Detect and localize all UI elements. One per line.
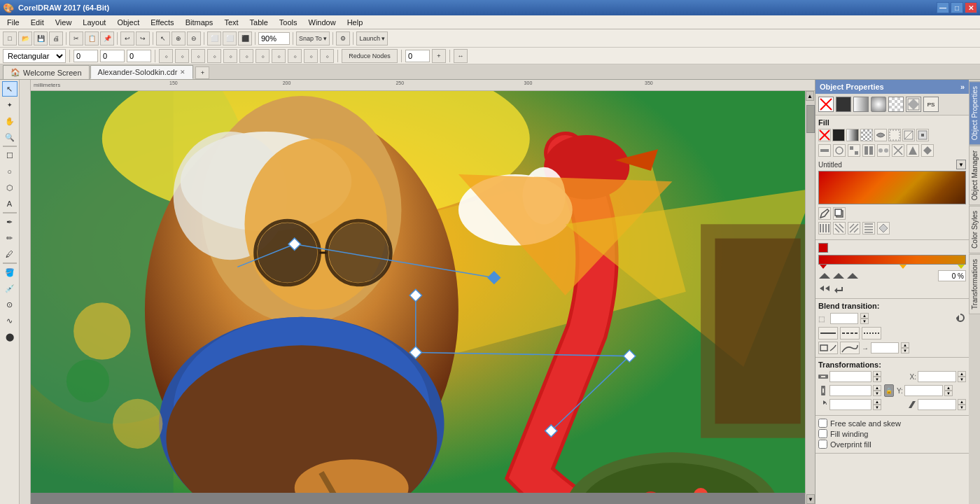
- fill-pattern-btn5[interactable]: [877, 144, 890, 157]
- scale-y-input[interactable]: 82.703 %: [830, 385, 872, 396]
- angle-btn[interactable]: +: [432, 49, 446, 63]
- minimize-button[interactable]: —: [937, 2, 949, 13]
- angle2-dn[interactable]: ▼: [958, 405, 966, 410]
- blend-style-3[interactable]: [862, 327, 881, 340]
- zoom-out[interactable]: ⊖: [187, 31, 201, 46]
- side-tab-color-styles[interactable]: Color Styles: [969, 206, 981, 253]
- node-btn5[interactable]: ⬦: [223, 49, 237, 63]
- scale-x-dn[interactable]: ▼: [873, 377, 881, 382]
- blend-path-btn2[interactable]: [840, 342, 860, 354]
- fill-pattern-btn1[interactable]: [818, 144, 831, 157]
- shape-select[interactable]: Rectangular: [3, 49, 66, 63]
- copy-button[interactable]: 📋: [85, 31, 99, 46]
- fill-linear-grad-icon[interactable]: [853, 97, 869, 112]
- free-scale-checkbox[interactable]: [818, 419, 827, 428]
- node-btn2[interactable]: ⬦: [175, 49, 189, 63]
- blend-style-2[interactable]: [840, 327, 860, 340]
- menu-edit[interactable]: Edit: [25, 17, 50, 28]
- node-btn3[interactable]: ⬦: [191, 49, 205, 63]
- fill-opt-2[interactable]: [832, 129, 845, 141]
- menu-file[interactable]: File: [1, 17, 25, 28]
- side-tab-object-manager[interactable]: Object Manager: [969, 146, 981, 205]
- options-btn[interactable]: ⚙: [336, 31, 350, 46]
- fill-tool[interactable]: 🪣: [2, 265, 18, 280]
- fill-opt-4[interactable]: [860, 129, 873, 141]
- scale-y-spin[interactable]: ▲ ▼: [873, 385, 881, 396]
- maximize-button[interactable]: □: [951, 2, 963, 13]
- node-btn8[interactable]: ⬦: [272, 49, 286, 63]
- angle2-up[interactable]: ▲: [958, 399, 966, 405]
- panel-expand-btn[interactable]: »: [960, 83, 965, 91]
- new-tab-btn[interactable]: +: [195, 66, 209, 79]
- fill-opt-6[interactable]: [888, 129, 901, 141]
- node-btn7[interactable]: ⬦: [255, 49, 270, 63]
- fill-pattern-btn3[interactable]: [848, 144, 860, 157]
- blend-up-btn[interactable]: ▲: [860, 313, 869, 318]
- shape-tool[interactable]: ✦: [2, 97, 18, 113]
- canvas-content[interactable]: [31, 91, 815, 493]
- pos-x-up[interactable]: ▲: [958, 371, 966, 377]
- fill-none-icon[interactable]: [818, 97, 834, 112]
- angle1-dn[interactable]: ▼: [873, 405, 881, 410]
- align-btn3[interactable]: ⬛: [238, 31, 252, 46]
- menu-window[interactable]: Window: [303, 17, 342, 28]
- blend-style-1[interactable]: [818, 327, 838, 340]
- eyedropper-tool[interactable]: 💉: [2, 281, 18, 296]
- artwork[interactable]: [31, 91, 815, 493]
- interactive-tool[interactable]: ⊙: [2, 297, 18, 312]
- print-button[interactable]: 🖨: [49, 31, 63, 46]
- side-tab-transformations[interactable]: Transformations: [969, 254, 981, 314]
- ellipse-tool[interactable]: ○: [2, 164, 18, 179]
- fill-pattern-btn4[interactable]: [862, 144, 875, 157]
- blend-spin[interactable]: ▲ ▼: [860, 313, 869, 324]
- side-tab-object-properties[interactable]: Object Properties: [969, 81, 981, 145]
- pattern-btn5[interactable]: [877, 222, 890, 234]
- angle2-input[interactable]: -20.2 °: [918, 399, 956, 410]
- select-tool[interactable]: ↖: [2, 81, 18, 97]
- gradient-color-bar[interactable]: [818, 255, 966, 265]
- launch-btn[interactable]: Launch ▾: [356, 31, 388, 46]
- fill-opt-8[interactable]: [916, 129, 929, 141]
- node-btn6[interactable]: ⬦: [239, 49, 253, 63]
- text-tool[interactable]: A: [2, 196, 18, 211]
- pos-x-input[interactable]: -11.747 %: [918, 371, 956, 382]
- node-btn10[interactable]: ⬦: [304, 49, 318, 63]
- contour-tool[interactable]: ⬤: [2, 329, 18, 344]
- menu-text[interactable]: Text: [218, 17, 244, 28]
- cursor-tool[interactable]: ↖: [156, 31, 170, 46]
- blend-dn-btn[interactable]: ▼: [860, 318, 869, 324]
- overprint-checkbox[interactable]: [818, 440, 827, 449]
- scale-x-up[interactable]: ▲: [873, 371, 881, 377]
- pos-y-input[interactable]: 31.371 %: [904, 385, 943, 396]
- fill-copy-btn[interactable]: [833, 207, 846, 220]
- close-button[interactable]: ✕: [965, 2, 977, 13]
- menu-bitmaps[interactable]: Bitmaps: [180, 17, 219, 28]
- new-button[interactable]: □: [3, 31, 17, 46]
- pos-y-up[interactable]: ▲: [944, 385, 953, 391]
- menu-object[interactable]: Object: [111, 17, 145, 28]
- fill-postscript-icon[interactable]: PS: [923, 97, 939, 112]
- stop-marker-end[interactable]: [958, 265, 965, 269]
- fill-texture-icon[interactable]: [906, 97, 921, 112]
- bezier-tool[interactable]: 🖊: [2, 246, 18, 262]
- cut-button[interactable]: ✂: [69, 31, 83, 46]
- menu-table[interactable]: Table: [244, 17, 274, 28]
- blend-value-input[interactable]: 256: [830, 313, 858, 324]
- pattern-btn2[interactable]: [833, 222, 846, 234]
- fill-radial-grad-icon[interactable]: [871, 97, 886, 112]
- freehand-tool[interactable]: ✏: [2, 230, 18, 246]
- fill-winding-checkbox[interactable]: [818, 429, 827, 438]
- fill-edit-btn[interactable]: [818, 207, 831, 220]
- blend-refresh-icon[interactable]: [955, 312, 966, 325]
- angle2-spin[interactable]: ▲ ▼: [958, 399, 966, 410]
- coord-x[interactable]: [74, 50, 98, 62]
- pen-tool[interactable]: ✒: [2, 214, 18, 230]
- blend-angle-dn[interactable]: ▼: [901, 348, 909, 354]
- fill-solid-icon[interactable]: [836, 97, 851, 112]
- blend-angle-spin[interactable]: ▲ ▼: [901, 342, 909, 354]
- scroll-thumb[interactable]: [806, 105, 815, 133]
- scroll-arrow-down[interactable]: ▼: [806, 494, 815, 504]
- zoom-input[interactable]: [258, 32, 290, 45]
- coord-z[interactable]: [127, 50, 151, 62]
- menu-tools[interactable]: Tools: [274, 17, 303, 28]
